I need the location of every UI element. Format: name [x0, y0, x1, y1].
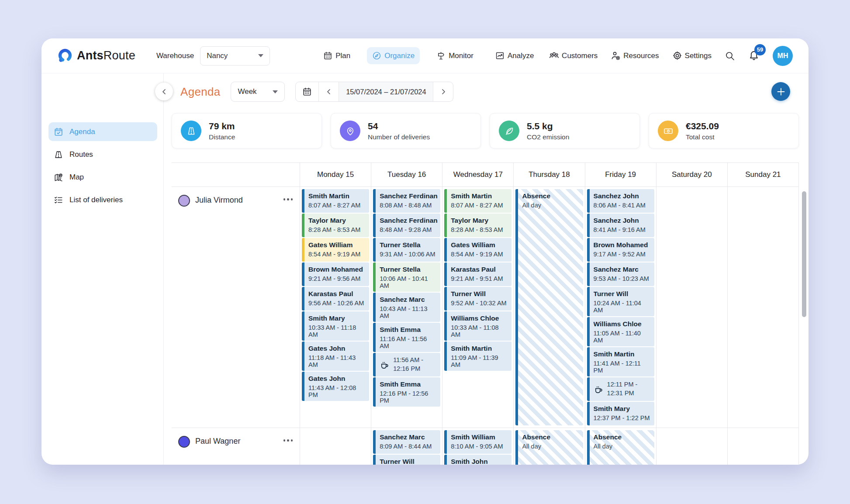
delivery-event[interactable]: Gates John11:18 AM - 11:43 AM	[302, 342, 369, 371]
absence-event[interactable]: AbsenceAll day	[515, 189, 583, 425]
delivery-event[interactable]: Karastas Paul9:56 AM - 10:26 AM	[302, 287, 369, 311]
settings-link[interactable]: Settings	[672, 51, 712, 61]
search-button[interactable]	[725, 51, 735, 61]
event-time: 8:08 AM - 8:48 AM	[380, 202, 438, 209]
sidebar-item-routes[interactable]: Routes	[48, 145, 157, 164]
delivery-event[interactable]: Sanchez Ferdinand8:48 AM - 9:28 AM	[373, 214, 440, 237]
delivery-event[interactable]: Smith Mary10:33 AM - 11:18 AM	[302, 311, 369, 341]
resources-link[interactable]: Resources	[611, 51, 659, 61]
warehouse-select[interactable]: Nancy	[200, 46, 270, 66]
delivery-event[interactable]: Sanchez John8:06 AM - 8:41 AM	[587, 189, 654, 213]
sidebar-item-agenda[interactable]: Agenda	[48, 122, 157, 141]
delivery-event[interactable]: Sanchez Marc10:43 AM - 11:13 AM	[373, 293, 440, 322]
calendar-day-cell[interactable]: Smith William8:10 AM - 9:05 AMSmith John…	[442, 428, 514, 465]
view-selector[interactable]: Week	[231, 82, 285, 102]
break-event[interactable]: 11:56 AM - 12:16 PM	[373, 353, 440, 376]
calendar-day-cell[interactable]: AbsenceAll day	[585, 428, 657, 465]
calendar-day-cell[interactable]	[300, 428, 371, 465]
tab-organize[interactable]: Organize	[367, 47, 420, 64]
delivery-event[interactable]: Taylor Mary8:28 AM - 8:53 AM	[444, 214, 511, 237]
next-week-button[interactable]	[433, 82, 453, 101]
calendar-day-cell[interactable]: AbsenceAll day	[514, 187, 585, 428]
event-time: 8:28 AM - 8:53 AM	[451, 226, 509, 233]
resource-menu-button[interactable]	[283, 437, 294, 444]
delivery-event[interactable]: Smith Martin8:07 AM - 8:27 AM	[444, 189, 511, 213]
delivery-event[interactable]: Sanchez Marc9:53 AM - 10:23 AM	[587, 262, 654, 286]
resource-menu-button[interactable]	[283, 196, 294, 203]
event-time: 8:07 AM - 8:27 AM	[451, 202, 509, 209]
delivery-event[interactable]: Sanchez Marc8:09 AM - 8:44 AM	[373, 430, 440, 454]
previous-week-button[interactable]	[318, 82, 339, 101]
calendar-day-cell[interactable]	[728, 428, 799, 465]
delivery-event[interactable]: Smith Mary12:37 PM - 1:22 PM	[587, 402, 654, 425]
delivery-event[interactable]: Gates William8:54 AM - 9:19 AM	[302, 238, 369, 262]
delivery-event[interactable]: Williams Chloe11:05 AM - 11:40 AM	[587, 317, 654, 346]
calendar-day-cell[interactable]: Smith Martin8:07 AM - 8:27 AMTaylor Mary…	[442, 187, 514, 428]
delivery-event[interactable]: Sanchez John8:41 AM - 9:16 AM	[587, 214, 654, 237]
chart-icon	[495, 51, 504, 60]
delivery-event[interactable]: Smith Emma11:16 AM - 11:56 AM	[373, 323, 440, 352]
add-button[interactable]	[771, 82, 790, 101]
event-name: Gates William	[451, 241, 509, 249]
delivery-event[interactable]: Karastas Paul9:21 AM - 9:51 AM	[444, 262, 511, 286]
antsroute-logo[interactable]: AntsRoute	[57, 48, 135, 64]
customers-link[interactable]: Customers	[549, 51, 598, 61]
notifications-button[interactable]: 59	[748, 49, 760, 62]
delivery-event[interactable]: Gates John11:43 AM - 12:08 PM	[302, 372, 369, 401]
calendar-day-cell[interactable]: Sanchez John8:06 AM - 8:41 AMSanchez Joh…	[585, 187, 657, 428]
delivery-event[interactable]: Smith William8:10 AM - 9:05 AM	[444, 430, 511, 454]
plus-icon	[776, 87, 786, 97]
event-time: 11:43 AM - 12:08 PM	[308, 384, 366, 398]
delivery-event[interactable]: Smith Martin11:41 AM - 12:11 PM	[587, 347, 654, 376]
calendar-day-cell[interactable]	[657, 187, 728, 428]
event-time: 10:43 AM - 11:13 AM	[380, 305, 438, 319]
event-time: 8:41 AM - 9:16 AM	[594, 226, 652, 233]
stat-value: 5.5 kg	[527, 121, 569, 131]
delivery-event[interactable]: Smith Martin8:07 AM - 8:27 AM	[302, 189, 369, 213]
delivery-event[interactable]: Turner Will8:45 AM - 9:40 AM	[373, 455, 440, 465]
delivery-event[interactable]: Turner Will10:24 AM - 11:04 AM	[587, 287, 654, 316]
calendar-day-cell[interactable]: Smith Martin8:07 AM - 8:27 AMTaylor Mary…	[300, 187, 371, 428]
sidebar-item-list-of-deliveries[interactable]: List of deliveries	[48, 190, 157, 209]
stat-value: €325.09	[686, 121, 719, 131]
delivery-event[interactable]: Brown Mohamed9:17 AM - 9:52 AM	[587, 238, 654, 262]
break-event[interactable]: 12:11 PM - 12:31 PM	[587, 377, 654, 401]
collapse-sidebar-button[interactable]	[155, 83, 173, 100]
calendar-day-cell[interactable]: Sanchez Ferdinand8:08 AM - 8:48 AMSanche…	[371, 187, 442, 428]
calendar-day-cell[interactable]: Sanchez Marc8:09 AM - 8:44 AMTurner Will…	[371, 428, 442, 465]
tab-monitor[interactable]: Monitor	[431, 47, 479, 64]
event-name: Absence	[522, 433, 580, 441]
calendar-day-cell[interactable]	[728, 187, 799, 428]
scrollbar-thumb[interactable]	[802, 191, 806, 317]
event-time: 12:37 PM - 1:22 PM	[594, 414, 652, 421]
delivery-event[interactable]: Brown Mohamed9:21 AM - 9:56 AM	[302, 262, 369, 286]
tab-plan[interactable]: Plan	[318, 47, 356, 64]
delivery-event[interactable]: Smith Martin11:09 AM - 11:39 AM	[444, 342, 511, 371]
delivery-event[interactable]: Smith Emma12:16 PM - 12:56 PM	[373, 377, 440, 407]
delivery-event[interactable]: Taylor Mary8:28 AM - 8:53 AM	[302, 214, 369, 237]
main-content: Agenda Week	[164, 73, 809, 464]
delivery-event[interactable]: Sanchez Ferdinand8:08 AM - 8:48 AM	[373, 189, 440, 213]
day-header: Monday 15	[300, 163, 371, 187]
calendar-picker-button[interactable]	[296, 82, 318, 101]
stat-deliveries: 54 Number of deliveries	[331, 113, 481, 148]
delivery-event[interactable]: Turner Will9:52 AM - 10:32 AM	[444, 287, 511, 311]
gear-icon	[672, 51, 682, 61]
calendar-day-cell[interactable]: AbsenceAll day	[514, 428, 585, 465]
sidebar-item-map[interactable]: Map	[48, 168, 157, 186]
calendar-day-cell[interactable]	[657, 428, 728, 465]
user-avatar[interactable]: MH	[773, 46, 793, 66]
delivery-event[interactable]: Williams Chloe10:33 AM - 11:08 AM	[444, 311, 511, 341]
event-name: Sanchez John	[594, 217, 652, 224]
event-name: Sanchez Marc	[594, 266, 652, 273]
event-name: Brown Mohamed	[594, 241, 652, 249]
notification-badge: 59	[754, 44, 766, 55]
absence-event[interactable]: AbsenceAll day	[515, 430, 583, 465]
delivery-event[interactable]: Turner Stella9:31 AM - 10:06 AM	[373, 238, 440, 262]
delivery-event[interactable]: Smith John9:05 AM - 9:30 AM	[444, 455, 511, 465]
delivery-event[interactable]: Gates William8:54 AM - 9:19 AM	[444, 238, 511, 262]
delivery-event[interactable]: Turner Stella10:06 AM - 10:41 AM	[373, 262, 440, 292]
stats-row: 79 km Distance 54 Number of deliveries	[172, 113, 799, 148]
tab-analyze[interactable]: Analyze	[490, 47, 539, 64]
absence-event[interactable]: AbsenceAll day	[587, 430, 654, 465]
